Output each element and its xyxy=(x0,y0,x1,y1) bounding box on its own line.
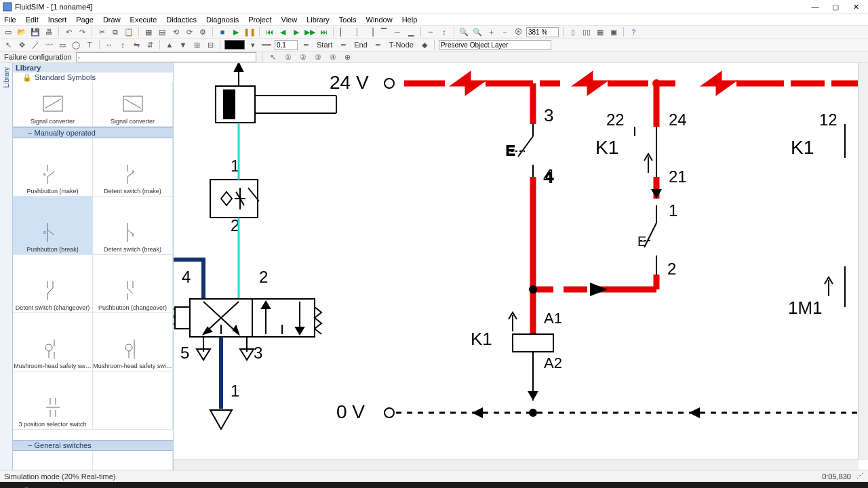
line-width-input[interactable] xyxy=(275,40,298,50)
snap-icon[interactable]: ▤ xyxy=(157,26,167,37)
cursor-icon[interactable]: ↖ xyxy=(268,52,279,62)
ungroup-icon[interactable]: ⊟ xyxy=(205,39,216,50)
cut-icon[interactable]: ✂ xyxy=(96,26,107,37)
search-icon[interactable]: 🔍 xyxy=(20,485,35,489)
menu-view[interactable]: View xyxy=(281,16,298,24)
menu-page[interactable]: Page xyxy=(76,16,94,24)
text-icon[interactable]: T xyxy=(84,39,95,50)
rotate-cw-icon[interactable]: ⟳ xyxy=(184,26,195,37)
dist-v-icon[interactable]: ↕ xyxy=(439,26,450,37)
fluidsim-task-icon[interactable]: ▦ xyxy=(144,485,159,489)
pan-icon[interactable]: ✥ xyxy=(16,39,27,50)
sim-fwd-icon[interactable]: ▶ xyxy=(291,26,302,37)
menu-didactics[interactable]: Didactics xyxy=(166,16,197,24)
library-item[interactable]: Mushroom-head safety swi… xyxy=(93,313,173,371)
zoom-input[interactable] xyxy=(526,27,559,37)
save-icon[interactable]: 💾 xyxy=(30,26,41,37)
library-category-2[interactable]: − General switches xyxy=(13,440,173,451)
vertical-scrollbar[interactable] xyxy=(858,63,868,460)
library-item[interactable]: Pushbutton (changeover) xyxy=(93,255,173,313)
redo-icon[interactable]: ↷ xyxy=(77,26,87,37)
layout-2-icon[interactable]: ▯▯ xyxy=(581,26,592,37)
arrow-end-icon[interactable]: ━ xyxy=(373,39,384,50)
align-top-icon[interactable]: ▔ xyxy=(378,26,389,37)
menu-edit[interactable]: Edit xyxy=(26,16,39,24)
zoom-fit-icon[interactable]: 🔍 xyxy=(458,26,469,37)
explorer-icon[interactable]: 🗂 xyxy=(56,485,71,489)
align-bot-icon[interactable]: ▁ xyxy=(406,26,416,37)
sim-play-icon[interactable]: ▶ xyxy=(231,26,241,37)
encircle-1-icon[interactable]: ① xyxy=(283,52,294,62)
encircle-3-icon[interactable]: ③ xyxy=(313,52,323,62)
menu-insert[interactable]: Insert xyxy=(48,16,67,24)
library-subtitle-row[interactable]: 🔒 Standard Symbols xyxy=(13,73,173,82)
library-item[interactable]: Detent switch (changeover) xyxy=(13,255,93,313)
menu-diagnosis[interactable]: Diagnosis xyxy=(206,16,239,24)
arrow-start-icon[interactable]: ━ xyxy=(338,39,349,50)
zoom-out-icon[interactable]: － xyxy=(499,26,510,37)
sim-stop-icon[interactable]: ■ xyxy=(217,26,228,37)
encircle-5-icon[interactable]: ⊕ xyxy=(342,52,353,62)
group-icon[interactable]: ⊞ xyxy=(191,39,202,50)
chevron-down-icon[interactable]: ▾ xyxy=(248,39,258,50)
to-front-icon[interactable]: ▲ xyxy=(164,39,175,50)
library-item[interactable]: Signal converter xyxy=(93,82,173,127)
menu-project[interactable]: Project xyxy=(248,16,271,24)
menu-window[interactable]: Window xyxy=(366,16,393,24)
mirror-v-icon[interactable]: ⇵ xyxy=(144,39,155,50)
encircle-4-icon[interactable]: ④ xyxy=(328,52,338,62)
chrome-icon[interactable]: ◐ xyxy=(91,485,106,489)
library-item[interactable] xyxy=(13,451,93,470)
align-mid-icon[interactable]: ─ xyxy=(392,26,403,37)
align-right-icon[interactable]: ▕ xyxy=(365,26,376,37)
menu-file[interactable]: File xyxy=(4,16,16,24)
library-item[interactable]: Detent switch (break) xyxy=(93,197,173,255)
align-left-icon[interactable]: ▏ xyxy=(338,26,349,37)
zoom-in-icon[interactable]: ＋ xyxy=(486,26,496,37)
new-icon[interactable]: ▭ xyxy=(3,26,14,37)
menu-execute[interactable]: Execute xyxy=(130,16,157,24)
failure-select[interactable] xyxy=(76,52,256,62)
align-center-icon[interactable]: ┆ xyxy=(351,26,362,37)
maximize-button[interactable]: ▢ xyxy=(826,1,845,12)
menu-tools[interactable]: Tools xyxy=(339,16,357,24)
sim-last-icon[interactable]: ⏭ xyxy=(318,26,329,37)
menu-library[interactable]: Library xyxy=(307,16,330,24)
sim-first-icon[interactable]: ⏮ xyxy=(264,26,275,37)
close-button[interactable]: ✕ xyxy=(846,1,865,12)
layout-4-icon[interactable]: ▣ xyxy=(608,26,619,37)
dist-h-icon[interactable]: ↔ xyxy=(425,26,436,37)
minimize-button[interactable]: — xyxy=(806,1,825,12)
library-item[interactable]: Detent switch (make) xyxy=(93,138,173,197)
app-icon[interactable]: ▤ xyxy=(108,485,123,489)
zoom-area-icon[interactable]: 🔍 xyxy=(472,26,483,37)
library-item[interactable]: Signal converter xyxy=(13,82,93,127)
tnode-style-icon[interactable]: ◆ xyxy=(419,39,430,50)
layer-select[interactable] xyxy=(439,40,551,50)
mirror-h-icon[interactable]: ⇋ xyxy=(131,39,142,50)
grid-icon[interactable]: ▦ xyxy=(143,26,154,37)
library-item[interactable] xyxy=(93,451,173,470)
rotate-ccw-icon[interactable]: ⟲ xyxy=(170,26,181,37)
library-item[interactable]: Mushroom-head safety sw… xyxy=(13,313,93,371)
layout-3-icon[interactable]: ▦ xyxy=(595,26,606,37)
zoom-100-icon[interactable]: ⦿ xyxy=(513,26,524,37)
library-item[interactable]: E Pushbutton (make) xyxy=(13,138,93,197)
ellipse-icon[interactable]: ◯ xyxy=(71,39,81,50)
library-item-selected[interactable]: E Pushbutton (break) xyxy=(13,197,93,255)
sim-ffwd-icon[interactable]: ▶▶ xyxy=(304,26,315,37)
select-icon[interactable]: ↖ xyxy=(3,39,14,50)
open-icon[interactable]: 📂 xyxy=(16,26,27,37)
color-picker[interactable] xyxy=(224,40,245,49)
horizontal-scrollbar[interactable] xyxy=(174,460,859,470)
linestyle-icon[interactable]: ━━ xyxy=(261,39,272,50)
encircle-2-icon[interactable]: ② xyxy=(298,52,309,62)
copy-icon[interactable]: ⧉ xyxy=(110,26,121,37)
dim-h-icon[interactable]: ↔ xyxy=(104,39,115,50)
help-icon[interactable]: ？ xyxy=(628,26,639,37)
taskview-icon[interactable]: ▭ xyxy=(38,485,53,489)
paste-icon[interactable]: 📋 xyxy=(123,26,134,37)
line-icon[interactable]: ／ xyxy=(30,39,41,50)
rect-icon[interactable]: ▭ xyxy=(57,39,68,50)
start-button[interactable]: ⊞ xyxy=(3,485,18,489)
